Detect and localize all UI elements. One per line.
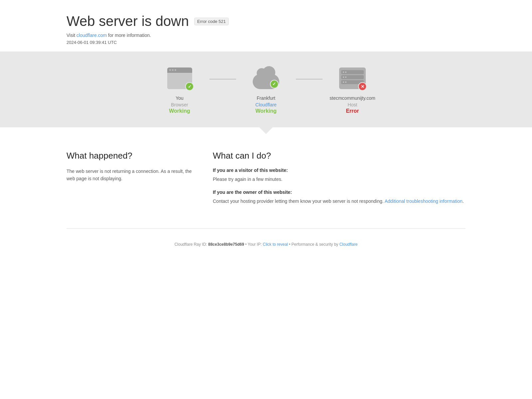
- status-node-browser: ✓ You Browser Working: [136, 65, 223, 114]
- owner-text-prefix: Contact your hosting provider letting th…: [213, 199, 385, 204]
- page-title: Web server is down: [66, 13, 189, 29]
- error-badge: Error code 521: [194, 18, 229, 25]
- server-dot-2: [345, 71, 346, 73]
- server-dot-5: [343, 81, 344, 83]
- header-section: Web server is down Error code 521 Visit …: [0, 0, 532, 52]
- server-row-1: [341, 70, 364, 74]
- dot1: [169, 69, 171, 71]
- ip-prefix: • Your IP:: [244, 242, 263, 247]
- cloudflare-node-type[interactable]: Cloudflare: [255, 102, 277, 107]
- left-column: What happened? The web server is not ret…: [66, 151, 193, 212]
- server-row-2: [341, 75, 364, 79]
- footer: Cloudflare Ray ID: 88ce3ce8b9e75d69 • Yo…: [0, 235, 532, 253]
- perf-prefix: • Performance & security by: [288, 242, 339, 247]
- owner-text: Contact your hosting provider letting th…: [213, 198, 466, 205]
- browser-status-badge: ✓: [185, 82, 194, 91]
- cloudflare-footer-link[interactable]: Cloudflare: [339, 242, 358, 247]
- cloudflare-link[interactable]: cloudflare.com: [76, 33, 107, 38]
- visitor-text: Please try again in a few minutes.: [213, 176, 466, 183]
- host-node-type: Host: [348, 102, 357, 107]
- server-dot-1: [343, 71, 344, 73]
- what-happened-title: What happened?: [66, 151, 193, 161]
- browser-node-status: Working: [169, 108, 190, 114]
- visit-suffix: for more information.: [107, 33, 151, 38]
- dot2: [172, 69, 174, 71]
- server-dot-3: [343, 76, 344, 78]
- visit-prefix: Visit: [66, 33, 76, 38]
- browser-node-type: Browser: [171, 102, 188, 107]
- right-column: What can I do? If you are a visitor of t…: [213, 151, 466, 212]
- main-content: What happened? The web server is not ret…: [0, 134, 532, 228]
- cloud-icon-container: ✓: [251, 65, 281, 91]
- what-happened-description: The web server is not returning a connec…: [66, 168, 193, 183]
- status-arrow: [259, 127, 273, 134]
- owner-text-suffix: .: [463, 199, 464, 204]
- ray-id-value: 88ce3ce8b9e75d69: [208, 242, 244, 247]
- cloudflare-node-name: Frankfurt: [257, 95, 275, 101]
- visitor-title: If you are a visitor of this website:: [213, 168, 466, 173]
- visit-line: Visit cloudflare.com for more informatio…: [66, 33, 532, 38]
- cloud-wrapper: ✓: [250, 67, 282, 89]
- status-node-cloudflare: ✓ Frankfurt Cloudflare Working: [223, 65, 309, 114]
- cloudflare-node-status: Working: [255, 108, 277, 114]
- divider: [66, 228, 466, 229]
- what-can-i-do-title: What can I do?: [213, 151, 466, 161]
- cloud-status-badge: ✓: [270, 80, 279, 88]
- ray-id-prefix: Cloudflare Ray ID:: [175, 242, 208, 247]
- browser-top-bar: [167, 67, 192, 73]
- status-node-host: ✕ stecmcommunijty.com Host Error: [309, 65, 396, 114]
- host-status-badge: ✕: [358, 82, 367, 91]
- host-node-name: stecmcommunijty.com: [330, 95, 375, 101]
- browser-node-name: You: [176, 95, 184, 101]
- troubleshooting-link[interactable]: Additional troubleshooting information: [385, 199, 463, 204]
- server-icon-container: ✕: [337, 65, 367, 91]
- status-section: ✓ You Browser Working ✓ Frankfurt Cloudf…: [0, 52, 532, 127]
- browser-icon-container: ✓: [165, 65, 195, 91]
- click-to-reveal-link[interactable]: Click to reveal: [263, 242, 288, 247]
- dot3: [175, 69, 176, 71]
- owner-title: If you are the owner of this website:: [213, 190, 466, 195]
- timestamp: 2024-06-01 09:39:41 UTC: [66, 40, 532, 45]
- page-title-container: Web server is down Error code 521: [66, 13, 532, 29]
- server-dot-4: [345, 76, 346, 78]
- server-dot-6: [345, 81, 346, 83]
- host-node-status: Error: [346, 108, 359, 114]
